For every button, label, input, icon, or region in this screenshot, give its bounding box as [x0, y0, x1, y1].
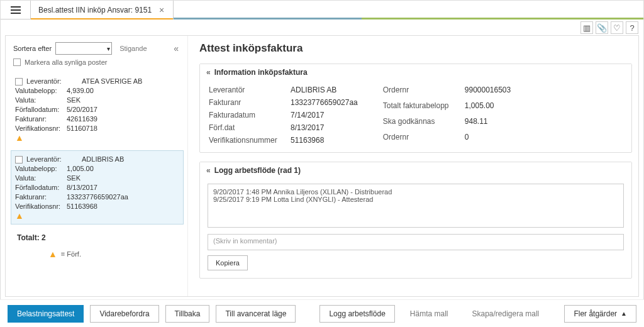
page-title: Attest inköpsfaktura [199, 42, 632, 55]
order-link[interactable]: 99000016503 [465, 86, 511, 97]
field-value: 4,939.00 [67, 87, 94, 94]
field-value: 13323776659027aa [67, 193, 128, 201]
app-menu-button[interactable] [1, 1, 31, 19]
list-item[interactable]: Leverantör: ATEA SVERIGE AB Valutabelopp… [11, 72, 184, 147]
field-label: Ska godkännas [383, 117, 457, 129]
collapse-icon[interactable]: « [206, 68, 211, 77]
favorite-icon[interactable]: ♡ [611, 21, 623, 34]
field-value: 8/13/2017 [67, 184, 97, 191]
svg-rect-2 [11, 13, 21, 14]
svg-rect-1 [11, 9, 21, 11]
field-label: Valuta: [15, 96, 67, 105]
mark-all-label: Markera alla synliga poster [25, 58, 107, 66]
advanced-mode-button[interactable]: Till avancerat läge [216, 305, 296, 323]
legend: ▲ = Förf. [11, 246, 187, 258]
field-value: ATEA SVERIGE AB [82, 77, 142, 86]
section-header[interactable]: « Information inköpsfaktura [200, 64, 631, 80]
mark-all-row[interactable]: Markera alla synliga poster [11, 58, 187, 71]
tab-title: Besl.attest IIN inköp Ansvar: 9151 [38, 6, 157, 14]
field-value: SEK [67, 96, 80, 104]
list-panel: Sortera efter ▾ Stigande « Markera alla … [6, 36, 188, 296]
copy-button[interactable]: Kopiera [208, 255, 248, 270]
field-value: 51163968 [67, 202, 97, 210]
detail-panel: Attest inköpsfaktura « Information inköp… [188, 36, 638, 296]
more-actions-label: Fler åtgärder [574, 309, 617, 318]
log-line: 9/25/2017 9:19 PM Lotta Lind (XNYGLI) - … [213, 196, 618, 203]
comment-input[interactable]: (Skriv in kommentar) [208, 234, 624, 250]
field-label: Förf.dat [209, 123, 283, 132]
field-label: Förfallodatum: [15, 183, 67, 192]
tab-bar: Besl.attest IIN inköp Ansvar: 9151 × [1, 1, 643, 19]
edit-template-button[interactable]: Skapa/redigera mall [464, 305, 548, 323]
warning-icon: ▲ [15, 211, 178, 220]
legend-text: = Förf. [61, 250, 81, 258]
approve-button[interactable]: Belastningsattest [8, 305, 84, 323]
section-header[interactable]: « Logg arbetsflöde (rad 1) [200, 162, 631, 179]
warning-icon: ▲ [48, 250, 57, 258]
info-right-column: Ordernr99000016503 Totalt fakturabelopp1… [383, 86, 511, 145]
info-left-column: LeverantörADLIBRIS AB Fakturanr133237766… [209, 86, 358, 145]
sort-direction[interactable]: Stigande [119, 45, 147, 52]
section-info: « Information inköpsfaktura LeverantörAD… [199, 64, 632, 153]
field-label: Valutabelopp: [15, 164, 67, 174]
log-workflow-button[interactable]: Logg arbetsflöde [319, 305, 394, 323]
item-checkbox[interactable] [15, 156, 23, 164]
field-value: ADLIBRIS AB [82, 155, 124, 164]
field-value: 51160718 [67, 125, 97, 132]
field-label: Fakturanr: [15, 192, 67, 202]
section-log: « Logg arbetsflöde (rad 1) 9/20/2017 1:4… [199, 162, 632, 279]
field-value: 5/20/2017 [67, 106, 97, 113]
list-item[interactable]: Leverantör: ADLIBRIS AB Valutabelopp:1,0… [11, 150, 184, 224]
field-value: 948.11 [465, 117, 511, 129]
field-label: Totalt fakturabelopp [383, 101, 457, 113]
forward-button[interactable]: Vidarebefordra [90, 305, 158, 323]
field-value: 7/14/2017 [291, 111, 358, 119]
sort-row: Sortera efter ▾ Stigande « [11, 40, 187, 58]
field-label: Förfallodatum: [15, 105, 67, 114]
field-value: 1,005.00 [465, 101, 511, 113]
field-value: 13323776659027aa [291, 98, 358, 107]
item-checkbox[interactable] [15, 78, 23, 86]
close-icon[interactable]: × [157, 5, 167, 15]
utility-bar: ▥ 📎 ♡ ? [1, 19, 643, 36]
field-label: Fakturadatum [209, 111, 283, 119]
tab-active[interactable]: Besl.attest IIN inköp Ansvar: 9151 × [31, 1, 174, 19]
field-label: Leverantör: [26, 155, 78, 164]
field-value: 51163968 [291, 136, 358, 145]
supplier-link[interactable]: ADLIBRIS AB [291, 86, 358, 94]
list-total: Totalt: 2 [11, 228, 187, 246]
field-label: Fakturanr: [15, 114, 67, 124]
field-label: Valuta: [15, 174, 67, 183]
sort-select[interactable]: ▾ [55, 42, 112, 55]
field-label: Ordernr [383, 133, 457, 145]
field-value: 8/13/2017 [291, 123, 358, 132]
collapse-icon[interactable]: « [206, 166, 211, 175]
section-title: Logg arbetsflöde (rad 1) [214, 166, 301, 175]
attachment-icon[interactable]: 📎 [596, 21, 608, 34]
workflow-log: 9/20/2017 1:48 PM Annika Liljeros (XLILA… [208, 184, 624, 228]
svg-rect-0 [11, 6, 21, 8]
more-actions-button[interactable]: Fler åtgärder ▲ [564, 305, 636, 323]
field-label: Leverantör: [26, 77, 78, 86]
get-template-button[interactable]: Hämta mall [401, 305, 457, 323]
collapse-panel-icon[interactable]: « [174, 43, 179, 53]
chevron-down-icon: ▾ [107, 45, 110, 52]
log-line: 9/20/2017 1:48 PM Annika Liljeros (XLILA… [213, 188, 618, 196]
mark-all-checkbox[interactable] [13, 58, 21, 66]
warning-icon: ▲ [15, 133, 178, 142]
section-title: Information inköpsfaktura [214, 68, 308, 77]
main-area: Sortera efter ▾ Stigande « Markera alla … [5, 35, 639, 297]
help-icon[interactable]: ? [626, 21, 638, 34]
chevron-up-icon: ▲ [621, 310, 627, 317]
field-value: 42611639 [67, 115, 97, 123]
split-view-icon[interactable]: ▥ [580, 21, 593, 34]
field-label: Fakturanr [209, 98, 283, 107]
order-link[interactable]: 0 [465, 133, 511, 145]
action-footer: Belastningsattest Vidarebefordra Tillbak… [0, 299, 644, 327]
back-button[interactable]: Tillbaka [165, 305, 210, 323]
field-label: Leverantör [209, 86, 283, 94]
field-label: Verifikationsnummer [209, 136, 283, 145]
field-label: Verifikationsnr: [15, 124, 67, 133]
sort-label: Sortera efter [13, 45, 52, 52]
field-label: Valutabelopp: [15, 86, 67, 96]
